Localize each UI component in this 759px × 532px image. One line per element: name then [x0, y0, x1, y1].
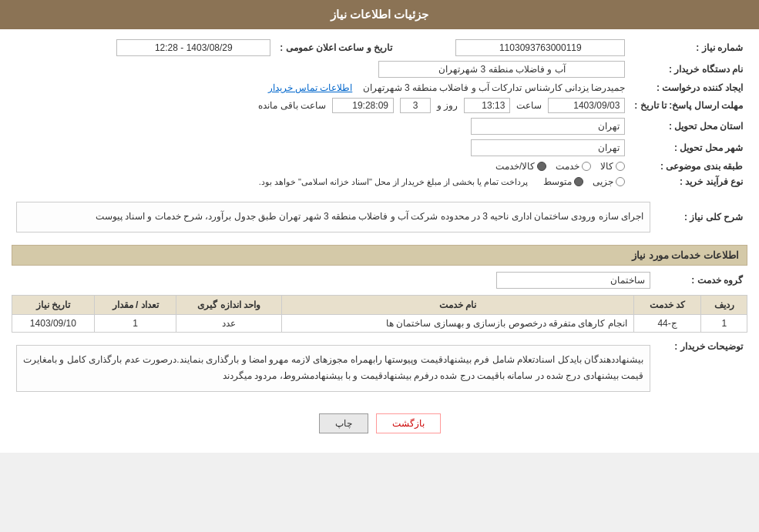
cell-unit: عدد — [176, 314, 282, 332]
cell-date: 1403/09/10 — [12, 314, 95, 332]
page-title: جزئیات اطلاعات نیاز — [331, 8, 428, 21]
buyer-org-label: نام دستگاه خریدار : — [630, 59, 747, 80]
col-header-date: تاریخ نیاز — [12, 295, 95, 314]
process-option-motovaset[interactable]: متوسط — [543, 176, 583, 187]
col-header-qty: تعداد / مقدار — [94, 295, 176, 314]
process-option-jozii[interactable]: جزیی — [593, 176, 625, 187]
category-option-khedmat[interactable]: خدمت — [556, 161, 591, 172]
main-content: شماره نیاز : 1103093763000119 تاریخ و سا… — [0, 29, 759, 453]
service-group-value: ساختمان — [12, 269, 655, 291]
deadline-remaining-label: ساعت باقی مانده — [258, 100, 326, 111]
category-label: طبقه بندی موضوعی : — [630, 159, 747, 174]
need-summary-value: اجرای سازه ورودی ساختمان اداری ناحیه 3 د… — [12, 196, 655, 239]
col-header-row: ردیف — [701, 295, 747, 314]
deadline-days-label: روز و — [437, 100, 458, 111]
buyer-notes-label: توضیحات خریدار : — [655, 339, 747, 398]
service-group-input[interactable]: ساختمان — [496, 272, 650, 289]
service-group-table: گروه خدمت : ساختمان — [12, 269, 747, 291]
creator-value: جمیدرضا یزدانی کارشناس تداركات آب و فاضل… — [363, 82, 626, 93]
category-radio-group: کالا خدمت کالا/خدمت — [16, 161, 625, 172]
province-input[interactable]: تهران — [471, 118, 625, 135]
col-header-unit: واحد اندازه گیری — [176, 295, 282, 314]
buyer-org-value: آب و فاضلاب منطقه 3 شهرتهران — [12, 59, 630, 80]
page-header: جزئیات اطلاعات نیاز — [0, 0, 759, 29]
deadline-row: 1403/09/03 ساعت 13:13 روز و 3 19:28:09 — [12, 95, 630, 115]
announce-input[interactable]: 1403/08/29 - 12:28 — [116, 39, 270, 56]
creator-link[interactable]: اطلاعات تماس خریدار — [268, 82, 353, 93]
col-header-code: کد خدمت — [633, 295, 701, 314]
city-label: شهر محل تحویل : — [630, 137, 747, 159]
need-number-value: 1103093763000119 — [414, 37, 630, 59]
radio-motovaset — [574, 177, 583, 186]
cell-row: 1 — [701, 314, 747, 332]
deadline-time[interactable]: 13:13 — [464, 98, 510, 113]
radio-kala-khedmat — [537, 162, 546, 171]
need-number-label: شماره نیاز : — [630, 37, 747, 59]
print-button[interactable]: چاپ — [319, 413, 368, 433]
button-row: بازگشت چاپ — [12, 402, 747, 445]
deadline-label: مهلت ارسال پاسخ: تا تاریخ : — [630, 95, 747, 115]
creator-row: جمیدرضا یزدانی کارشناس تداركات آب و فاضل… — [12, 80, 630, 95]
deadline-date[interactable]: 1403/09/03 — [548, 98, 625, 113]
need-number-input[interactable]: 1103093763000119 — [455, 39, 625, 56]
service-group-label: گروه خدمت : — [655, 269, 747, 291]
page-wrapper: جزئیات اطلاعات نیاز شماره نیاز : 1103093… — [0, 0, 759, 453]
buyer-notes-table: توضیحات خریدار : بیشنهاددهندگان بایدکل ا… — [12, 339, 747, 398]
main-info-table: شماره نیاز : 1103093763000119 تاریخ و سا… — [12, 37, 747, 189]
process-label: نوع فرآیند خرید : — [630, 174, 747, 189]
services-info-title: اطلاعات خدمات مورد نیاز — [12, 245, 747, 266]
cell-qty: 1 — [94, 314, 176, 332]
col-header-name: نام خدمت — [282, 295, 634, 314]
category-option-kala[interactable]: کالا — [600, 161, 625, 172]
province-label: استان محل تحویل : — [630, 115, 747, 137]
buyer-notes-box: بیشنهاددهندگان بایدکل اسنادتعلام شامل فر… — [16, 345, 650, 392]
deadline-remaining[interactable]: 19:28:09 — [332, 98, 394, 113]
services-table: ردیف کد خدمت نام خدمت واحد اندازه گیری ت… — [12, 295, 747, 333]
deadline-days[interactable]: 3 — [400, 98, 431, 113]
cell-name: انجام کارهای متفرقه درخصوص بازسازی و بهس… — [282, 314, 634, 332]
deadline-time-label: ساعت — [516, 100, 542, 111]
radio-jozii — [616, 177, 625, 186]
need-summary-table: شرح کلی نیاز : اجرای سازه ورودی ساختمان … — [12, 196, 747, 239]
announce-label: تاریخ و ساعت اعلان عمومی : — [275, 37, 414, 59]
city-input[interactable]: تهران — [471, 139, 625, 156]
buyer-org-input[interactable]: آب و فاضلاب منطقه 3 شهرتهران — [378, 61, 625, 78]
need-summary-box: اجرای سازه ورودی ساختمان اداری ناحیه 3 د… — [16, 202, 650, 233]
process-radio-group: جزیی متوسط — [543, 176, 625, 187]
creator-label: ایجاد کننده درخواست : — [630, 80, 747, 95]
category-option-kala-khedmat[interactable]: کالا/خدمت — [495, 161, 546, 172]
announce-value: 1403/08/29 - 12:28 — [12, 37, 275, 59]
radio-khedmat — [582, 162, 591, 171]
need-summary-label: شرح کلی نیاز : — [655, 196, 747, 239]
radio-kala — [616, 162, 625, 171]
process-note: پرداخت تمام یا بخشی از مبلغ خریدار از مح… — [259, 177, 529, 187]
table-row: 1 ج-44 انجام کارهای متفرقه درخصوص بازساز… — [12, 314, 747, 332]
buyer-notes-value: بیشنهاددهندگان بایدکل اسنادتعلام شامل فر… — [12, 339, 655, 398]
cell-code: ج-44 — [633, 314, 701, 332]
back-button[interactable]: بازگشت — [376, 413, 441, 433]
